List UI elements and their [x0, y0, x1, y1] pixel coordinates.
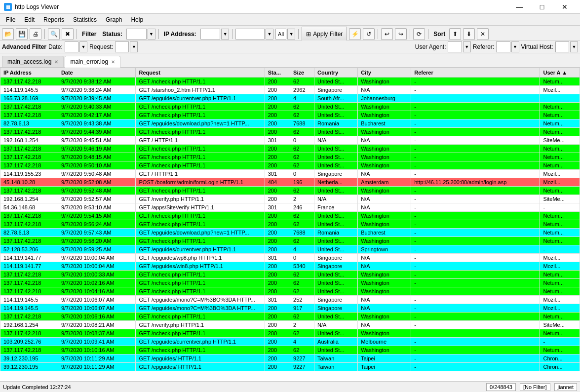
referer-dropdown-value[interactable]: [496, 41, 510, 52]
status-dropdown-arrow[interactable]: ▼: [148, 29, 155, 39]
col-city[interactable]: City: [358, 68, 411, 78]
referer-dropdown-arrow[interactable]: ▼: [511, 41, 519, 52]
col-date[interactable]: Date: [58, 68, 136, 78]
cell-5: France: [314, 203, 358, 212]
table-row[interactable]: 114.119.145.59/7/2020 10:06:07 AMGET /ep…: [0, 296, 580, 304]
table-row[interactable]: 52.128.53.2069/7/2020 9:59:25 AMGET /epg…: [0, 245, 580, 254]
col-useragent[interactable]: User A ▲: [540, 68, 580, 78]
ip-dropdown-arrow[interactable]: ▼: [221, 29, 229, 39]
table-row[interactable]: 103.209.252.769/7/2020 10:09:41 AMGET /e…: [0, 338, 580, 346]
date-dropdown-value[interactable]: [65, 41, 78, 52]
date-dropdown-arrow[interactable]: ▼: [79, 41, 87, 52]
cell-6: N/A: [358, 254, 411, 262]
col-size[interactable]: Size: [290, 68, 314, 78]
tab-main-access[interactable]: main_access.log ✕: [2, 56, 64, 67]
all-dropdown-arrow[interactable]: ▼: [287, 29, 295, 39]
all-dropdown-value[interactable]: All: [275, 29, 286, 39]
tab-main-error-close[interactable]: ✕: [111, 59, 115, 65]
table-row[interactable]: 137.117.42.2189/7/2020 10:08:37 AMGET /n…: [0, 329, 580, 338]
table-row[interactable]: 114.119.141.779/7/2020 10:00:04 AMGET /e…: [0, 262, 580, 271]
table-row[interactable]: 137.117.42.2189/7/2020 10:00:33 AMGET /n…: [0, 271, 580, 279]
table-row[interactable]: 82.78.6.139/7/2020 9:43:38 AMGET /epguid…: [0, 119, 580, 128]
table-row[interactable]: 137.117.42.2189/7/2020 9:40:33 AMGET /nc…: [0, 103, 580, 111]
table-row[interactable]: 137.117.42.2189/7/2020 10:02:16 AMGET /n…: [0, 279, 580, 287]
minimize-button[interactable]: —: [508, 0, 531, 14]
range-dropdown-value[interactable]: [235, 29, 265, 39]
toolbar-open-btn[interactable]: 📂: [2, 28, 14, 40]
arrow2-btn[interactable]: ↪: [395, 28, 407, 40]
toolbar-sep-5: [298, 29, 299, 39]
vhost-dropdown-value[interactable]: [555, 41, 569, 52]
request-dropdown-arrow[interactable]: ▼: [130, 41, 138, 52]
arrow-btn[interactable]: ↩: [381, 28, 393, 40]
table-row[interactable]: 192.168.1.2549/7/2020 10:08:21 AMGET /nv…: [0, 321, 580, 329]
menu-file[interactable]: File: [2, 15, 19, 24]
tab-main-error[interactable]: main_error.log ✕: [65, 56, 120, 68]
table-row[interactable]: 137.117.42.2189/7/2020 9:54:15 AMGET /nc…: [0, 212, 580, 220]
col-referer[interactable]: Referer: [411, 68, 540, 78]
maximize-button[interactable]: □: [531, 0, 553, 14]
table-row[interactable]: 45.148.10.289/7/2020 9:52:08 AMPOST /boa…: [0, 178, 580, 187]
table-row[interactable]: 114.119.155.239/7/2020 9:50:48 AMGET / H…: [0, 170, 580, 178]
sort-down-btn[interactable]: ⬇: [463, 28, 475, 40]
table-row[interactable]: 137.117.42.2189/7/2020 9:52:48 AMGET /nc…: [0, 187, 580, 195]
table-row[interactable]: 137.117.42.2189/7/2020 9:48:15 AMGET /nc…: [0, 153, 580, 161]
table-row[interactable]: 39.12.230.1959/7/2020 10:11:29 AMGET /ep…: [0, 363, 580, 371]
table-row[interactable]: 137.117.42.2189/7/2020 9:42:17 AMGET /nc…: [0, 111, 580, 119]
col-ip[interactable]: IP Address: [0, 68, 58, 78]
menu-graph[interactable]: Graph: [102, 15, 126, 24]
sort-up-btn[interactable]: ⬆: [449, 28, 461, 40]
table-row[interactable]: 137.117.42.2189/7/2020 9:38:12 AMGET /nc…: [0, 78, 580, 86]
col-country[interactable]: Country: [314, 68, 358, 78]
toolbar-clear-btn[interactable]: ✖: [62, 28, 74, 40]
lightning-btn[interactable]: ⚡: [349, 28, 361, 40]
table-row[interactable]: 192.168.1.2549/7/2020 9:52:57 AMGET /nve…: [0, 195, 580, 203]
apply-filter-button[interactable]: ⊞ Apply Filter: [302, 27, 347, 41]
close-button[interactable]: ✕: [553, 0, 576, 14]
toolbar-filter-btn[interactable]: 🔍: [48, 28, 60, 40]
table-row[interactable]: 114.119.145.59/7/2020 9:38:24 AMGET /sta…: [0, 86, 580, 94]
refresh-btn[interactable]: ↺: [363, 28, 375, 40]
cell-1: 9/7/2020 10:11:29 AM: [58, 354, 136, 363]
ua-dropdown-value[interactable]: [448, 41, 462, 52]
request-dropdown-value[interactable]: [115, 41, 129, 52]
table-row[interactable]: 137.117.42.2189/7/2020 9:46:19 AMGET /nc…: [0, 145, 580, 153]
cell-7: -: [411, 220, 540, 229]
status-dropdown-value[interactable]: [126, 29, 147, 39]
table-row[interactable]: 137.117.42.2189/7/2020 9:50:10 AMGET /nc…: [0, 161, 580, 170]
cell-7: http://46.11.25.200:80/admin/login.asp: [411, 178, 540, 187]
table-row[interactable]: 39.12.230.1959/7/2020 10:11:29 AMGET /ep…: [0, 354, 580, 363]
ua-dropdown-arrow[interactable]: ▼: [463, 41, 471, 52]
range-dropdown-arrow[interactable]: ▼: [266, 29, 273, 39]
table-row[interactable]: 54.36.148.689/7/2020 9:53:10 AMGET /apps…: [0, 203, 580, 212]
menu-statistics[interactable]: Statistics: [69, 15, 101, 24]
col-request[interactable]: Request: [136, 68, 265, 78]
table-row[interactable]: 165.73.28.1699/7/2020 9:39:45 AMGET /epg…: [0, 94, 580, 103]
cell-6: Bucharest: [358, 119, 411, 128]
cell-7: -: [411, 287, 540, 296]
log-table-container[interactable]: IP Address Date Request Sta... Size Coun…: [0, 68, 580, 381]
col-status[interactable]: Sta...: [265, 68, 290, 78]
reload-btn[interactable]: ⟳: [413, 28, 425, 40]
tab-main-access-close[interactable]: ✕: [54, 59, 58, 65]
toolbar-save-btn[interactable]: 💾: [16, 28, 28, 40]
menu-reports[interactable]: Reports: [39, 15, 68, 24]
sort-clear-btn[interactable]: ✕: [477, 28, 489, 40]
cell-3: 200: [265, 161, 290, 170]
table-row[interactable]: 137.117.42.2189/7/2020 9:44:39 AMGET /nc…: [0, 128, 580, 136]
table-row[interactable]: 137.117.42.2189/7/2020 10:06:16 AMGET /n…: [0, 313, 580, 321]
cell-8: Netum...: [540, 346, 580, 354]
table-row[interactable]: 114.119.145.59/7/2020 10:06:07 AMGET /ep…: [0, 304, 580, 313]
table-row[interactable]: 137.117.42.2189/7/2020 10:10:16 AMGET /n…: [0, 346, 580, 354]
table-row[interactable]: 137.117.42.2189/7/2020 10:04:16 AMGET /n…: [0, 287, 580, 296]
toolbar-print-btn[interactable]: 🖨: [30, 28, 41, 40]
table-row[interactable]: 137.117.42.2189/7/2020 9:56:24 AMGET /nc…: [0, 220, 580, 229]
table-row[interactable]: 137.117.42.2189/7/2020 9:58:20 AMGET /nc…: [0, 237, 580, 245]
menu-edit[interactable]: Edit: [20, 15, 39, 24]
menu-help[interactable]: Help: [127, 15, 147, 24]
vhost-dropdown-arrow[interactable]: ▼: [570, 41, 578, 52]
table-row[interactable]: 192.168.1.2549/7/2020 9:45:51 AMGET / HT…: [0, 136, 580, 145]
table-row[interactable]: 82.78.6.139/7/2020 9:57:43 AMGET /epguid…: [0, 229, 580, 237]
table-row[interactable]: 114.119.141.779/7/2020 10:00:04 AMGET /e…: [0, 254, 580, 262]
ip-dropdown-value[interactable]: [200, 29, 221, 39]
